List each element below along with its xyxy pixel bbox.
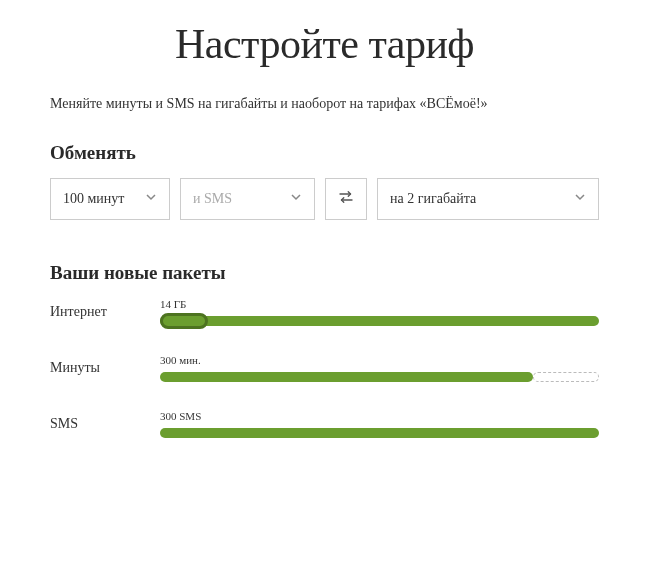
page-subtitle: Меняйте минуты и SMS на гигабайты и наоб… (50, 96, 599, 112)
exchange-controls: 100 минут и SMS на 2 гигабайта (50, 178, 599, 220)
package-bar-wrap: 300 SMS (160, 410, 599, 438)
progress-fill (160, 428, 599, 438)
swap-icon (337, 188, 355, 210)
minutes-select[interactable]: 100 минут (50, 178, 170, 220)
chevron-down-icon (145, 191, 157, 207)
progress-fill (160, 372, 533, 382)
progress-fill (160, 316, 599, 326)
package-label: Интернет (50, 304, 160, 320)
packages-heading: Ваши новые пакеты (50, 262, 599, 284)
progress-dashed-remainder (533, 372, 599, 382)
slider-knob[interactable] (160, 313, 208, 329)
sms-select-placeholder: и SMS (193, 191, 232, 207)
packages-list: Интернет14 ГБМинуты300 мин.SMS300 SMS (50, 298, 599, 438)
package-row: Интернет14 ГБ (50, 298, 599, 326)
package-bar-wrap: 14 ГБ (160, 298, 599, 326)
result-select[interactable]: на 2 гигабайта (377, 178, 599, 220)
progress-track[interactable] (160, 316, 599, 326)
swap-button[interactable] (325, 178, 367, 220)
package-value: 14 ГБ (160, 298, 599, 310)
exchange-heading: Обменять (50, 142, 599, 164)
minutes-select-value: 100 минут (63, 191, 124, 207)
package-label: Минуты (50, 360, 160, 376)
sms-select[interactable]: и SMS (180, 178, 315, 220)
package-row: Минуты300 мин. (50, 354, 599, 382)
progress-track[interactable] (160, 372, 599, 382)
progress-track[interactable] (160, 428, 599, 438)
result-select-value: на 2 гигабайта (390, 191, 476, 207)
package-value: 300 мин. (160, 354, 599, 366)
package-bar-wrap: 300 мин. (160, 354, 599, 382)
package-row: SMS300 SMS (50, 410, 599, 438)
page-title: Настройте тариф (50, 20, 599, 68)
chevron-down-icon (290, 191, 302, 207)
package-label: SMS (50, 416, 160, 432)
package-value: 300 SMS (160, 410, 599, 422)
chevron-down-icon (574, 191, 586, 207)
